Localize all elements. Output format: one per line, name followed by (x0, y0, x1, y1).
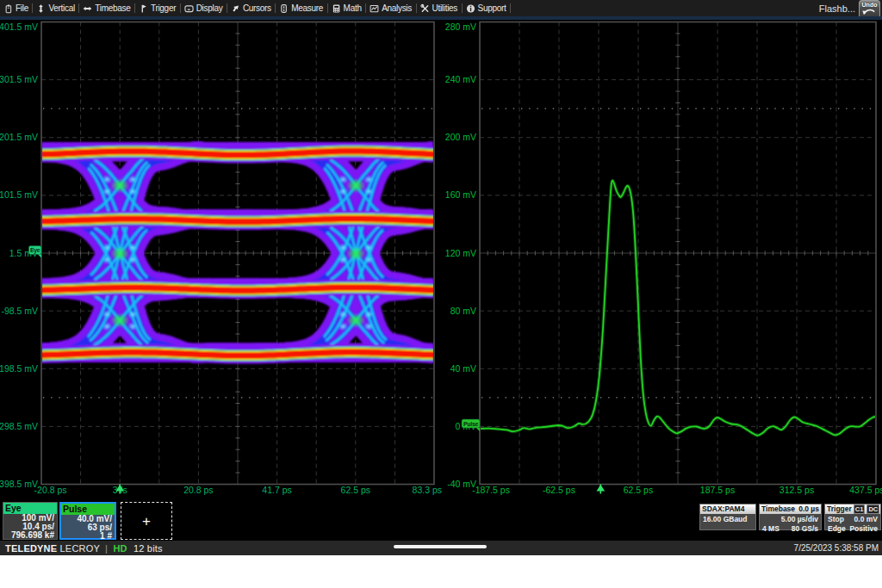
x-tick-label: 187.5 ps (700, 485, 735, 495)
trigger-descriptor[interactable]: Trigger C1DC Stop0.0 mVEdgePositive (824, 504, 881, 530)
menu-item-measure[interactable]: Measure (276, 0, 326, 16)
info-circle-icon (466, 3, 475, 14)
x-tick-label: 62.5 ps (624, 485, 653, 495)
descriptor-value-row: EdgePositive (825, 523, 880, 533)
y-tick-label: 240 mV (445, 74, 476, 84)
sdax-pam4-descriptor[interactable]: SDAX:PAM4 16.00 GBaud (699, 504, 756, 530)
caliper-icon (279, 3, 289, 14)
trigger-source-badge: C1 (854, 504, 866, 514)
eye-trace-descriptor[interactable]: Eye 100 mV/10.4 ps/796.698 k# (3, 502, 58, 540)
menu-item-label: Analysis (382, 0, 412, 16)
hd-badge: HD (113, 543, 127, 554)
menu-item-label: Math (344, 0, 362, 16)
y-tick-label: -98.5 mV (1, 306, 38, 316)
display-screen-icon (184, 3, 194, 14)
add-trace-button[interactable]: + (121, 502, 172, 540)
pulse-trigger-time-marker[interactable] (597, 485, 606, 494)
descriptor-value-row: 16.00 GBaud (700, 514, 755, 523)
menu-item-label: Support (478, 0, 506, 16)
descriptor-value-row: 5.00 µs/div (760, 514, 821, 523)
menu-item-label: Utilities (432, 0, 458, 16)
y-tick-label: 201.5 mV (0, 132, 38, 142)
x-tick-label: 83.3 ps (413, 485, 442, 495)
cursor-arrow-icon (231, 3, 240, 14)
bottom-white-strip (0, 555, 882, 588)
sdax-values: 16.00 GBaud (700, 514, 755, 523)
undo-button[interactable]: Undo (859, 0, 880, 18)
x-tick-label: -62.5 ps (543, 485, 575, 495)
brand-teledyne: TELEDYNE (5, 543, 57, 554)
waveform-display[interactable]: 401.5 mV301.5 mV201.5 mV101.5 mV1.5 mV-9… (0, 20, 882, 541)
menu-item-label: Vertical (48, 0, 74, 16)
undo-arrow-icon (862, 8, 877, 15)
descriptor-value-row: 796.698 k# (3, 531, 57, 540)
flashback-label[interactable]: Flashb... (819, 3, 855, 14)
menu-item-file[interactable]: File (0, 0, 32, 16)
menu-item-vertical[interactable]: Vertical (33, 0, 78, 16)
trigger-values: Stop0.0 mVEdgePositive (825, 514, 880, 533)
svg-text:Pulse: Pulse (463, 421, 479, 427)
undo-button-label: Undo (862, 2, 878, 8)
pulse-graticule (480, 22, 876, 485)
y-tick-label: 40 mV (450, 363, 476, 374)
trigger-source-badge: DC (866, 504, 879, 514)
menu-item-support[interactable]: Support (463, 0, 510, 16)
status-pill[interactable] (394, 545, 487, 548)
y-tick-label: 280 mV (445, 22, 476, 32)
brand-logo: TELEDYNE LECROY | HD 12 bits (5, 543, 163, 554)
menu-item-label: Measure (291, 0, 323, 16)
timebase-title: Timebase (761, 504, 795, 514)
pulse-trace-descriptor[interactable]: Pulse 40.0 mV/63 ps/1 # (59, 502, 116, 540)
menu-item-label: File (16, 0, 28, 16)
menu-item-label: Timebase (95, 0, 130, 16)
x-tick-label: 437.5 ps (849, 485, 882, 495)
trigger-title: Trigger (827, 504, 852, 514)
descriptor-value-row: 4 MS80 GS/s (760, 523, 821, 533)
status-bar: TELEDYNE LECROY | HD 12 bits 7/25/2023 5… (0, 541, 882, 555)
y-tick-label: 80 mV (450, 306, 476, 316)
vertical-arrows-icon (36, 3, 46, 14)
crossed-tools-icon (420, 3, 430, 14)
x-tick-label: 62.5 ps (341, 485, 370, 495)
oscilloscope-app: { "app": { "flashback_label": "Flashb...… (0, 0, 882, 588)
horizontal-arrows-icon (83, 3, 92, 14)
menu-separator (510, 3, 511, 13)
row-value: 80 GS/s (792, 524, 818, 533)
menu-item-display[interactable]: Display (181, 0, 227, 16)
trigger-badges: C1DC (852, 504, 879, 514)
plus-icon: + (142, 514, 151, 529)
menu-item-timebase[interactable]: Timebase (79, 0, 134, 16)
trigger-flag-icon (139, 3, 148, 14)
svg-text:Eye: Eye (30, 247, 40, 254)
x-tick-label: 312.5 ps (780, 485, 814, 495)
y-tick-label: 200 mV (445, 132, 476, 142)
x-tick-label: 20.8 ps (183, 485, 213, 495)
calculator-icon (332, 3, 341, 14)
y-tick-label: -198.5 mV (0, 363, 38, 374)
descriptor-value-row: Stop0.0 mV (825, 514, 880, 523)
sdax-title: SDAX:PAM4 (702, 504, 744, 514)
trend-chart-icon (370, 3, 379, 14)
x-tick-label: -187.5 ps (472, 485, 510, 495)
y-tick-label: -298.5 mV (0, 421, 38, 431)
timebase-descriptor[interactable]: Timebase 0.0 µs 5.00 µs/div4 MS80 GS/s (759, 504, 822, 530)
file-icon (3, 3, 13, 14)
datetime-label: 7/25/2023 5:38:58 PM (794, 541, 879, 555)
descriptor-value-row: 1 # (61, 532, 115, 541)
menu-item-analysis[interactable]: Analysis (366, 0, 415, 16)
menu-item-utilities[interactable]: Utilities (417, 0, 462, 16)
menu-item-cursors[interactable]: Cursors (227, 0, 275, 16)
menu-item-math[interactable]: Math (328, 0, 366, 16)
y-tick-label: 101.5 mV (0, 189, 38, 200)
menu-item-label: Cursors (243, 0, 271, 16)
y-tick-label: -398.5 mV (0, 479, 38, 489)
menu-items: FileVerticalTimebaseTriggerDisplayCursor… (0, 0, 511, 16)
plot-background: 401.5 mV301.5 mV201.5 mV101.5 mV1.5 mV-9… (0, 20, 882, 541)
eye-descriptor-values: 100 mV/10.4 ps/796.698 k# (3, 514, 57, 539)
y-tick-label: 301.5 mV (0, 74, 38, 84)
row-value: 5.00 µs/div (781, 515, 818, 523)
timebase-values: 5.00 µs/div4 MS80 GS/s (760, 514, 821, 533)
row-label: Stop (828, 515, 844, 523)
menu-item-label: Display (196, 0, 223, 16)
menu-item-trigger[interactable]: Trigger (135, 0, 180, 16)
